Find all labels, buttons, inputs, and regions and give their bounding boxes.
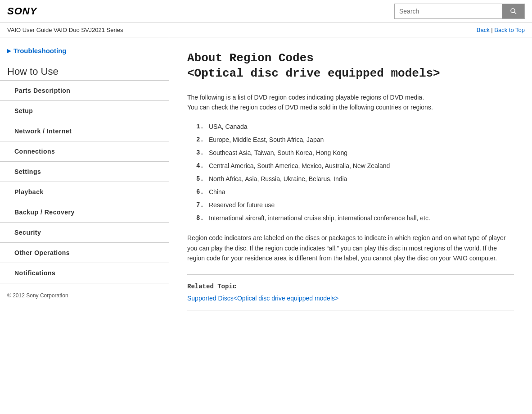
sidebar-item-settings[interactable]: Settings bbox=[0, 162, 169, 182]
region-list-item: 4.Central America, South America, Mexico… bbox=[196, 159, 514, 173]
content-divider-bottom bbox=[187, 310, 514, 310]
sidebar-item-security[interactable]: Security bbox=[0, 223, 169, 243]
back-links: Back | Back to Top bbox=[477, 27, 525, 33]
sidebar-item-backup-recovery[interactable]: Backup / Recovery bbox=[0, 202, 169, 223]
sidebar-item-network-internet[interactable]: Network / Internet bbox=[0, 121, 169, 141]
search-input[interactable] bbox=[394, 4, 502, 19]
logo-area: SONY bbox=[7, 5, 37, 17]
content-divider bbox=[187, 274, 514, 275]
region-num: 5. bbox=[196, 174, 205, 184]
region-list-item: 7.Reserved for future use bbox=[196, 199, 514, 212]
sony-logo: SONY bbox=[7, 5, 37, 17]
how-to-use-heading: How to Use bbox=[0, 59, 169, 80]
page-title-line2: <Optical disc drive equipped models> bbox=[187, 67, 440, 80]
sidebar-item-parts-description[interactable]: Parts Description bbox=[0, 81, 169, 101]
region-text: Reserved for future use bbox=[209, 200, 275, 210]
svg-line-1 bbox=[514, 12, 516, 14]
back-link[interactable]: Back bbox=[477, 27, 490, 33]
intro-line2: You can check the region codes of DVD me… bbox=[187, 104, 433, 111]
extra-text: Region code indicators are labeled on th… bbox=[187, 233, 514, 263]
main-layout: ▸ Troubleshooting How to Use Parts Descr… bbox=[0, 37, 532, 407]
related-topic-heading: Related Topic bbox=[187, 283, 514, 290]
region-num: 2. bbox=[196, 135, 205, 145]
region-num: 3. bbox=[196, 148, 205, 158]
sidebar-footer: © 2012 Sony Corporation bbox=[0, 283, 169, 308]
content-area: About Region Codes <Optical disc drive e… bbox=[169, 37, 532, 407]
region-text: China bbox=[209, 187, 225, 197]
sidebar-item-notifications[interactable]: Notifications bbox=[0, 263, 169, 283]
page-title: About Region Codes <Optical disc drive e… bbox=[187, 51, 514, 82]
region-list-item: 2.Europe, Middle East, South Africa, Jap… bbox=[196, 133, 514, 146]
back-to-top-link[interactable]: Back to Top bbox=[494, 27, 525, 33]
related-topic-link[interactable]: Supported Discs<Optical disc drive equip… bbox=[187, 295, 338, 302]
sidebar-item-other-operations[interactable]: Other Operations bbox=[0, 243, 169, 263]
region-num: 7. bbox=[196, 200, 205, 210]
region-text: Southeast Asia, Taiwan, South Korea, Hon… bbox=[209, 148, 347, 158]
search-button[interactable] bbox=[502, 4, 525, 19]
svg-point-0 bbox=[511, 9, 515, 13]
troubleshooting-section: ▸ Troubleshooting bbox=[0, 37, 169, 59]
sidebar: ▸ Troubleshooting How to Use Parts Descr… bbox=[0, 37, 169, 407]
region-text: Central America, South America, Mexico, … bbox=[209, 161, 390, 171]
search-icon bbox=[510, 8, 517, 15]
page-title-line1: About Region Codes bbox=[187, 51, 314, 65]
region-num: 8. bbox=[196, 214, 205, 223]
sidebar-item-connections[interactable]: Connections bbox=[0, 141, 169, 162]
guide-title: VAIO User Guide VAIO Duo SVJ2021 Series bbox=[7, 27, 123, 33]
subheader: VAIO User Guide VAIO Duo SVJ2021 Series … bbox=[0, 23, 532, 37]
sidebar-item-playback[interactable]: Playback bbox=[0, 182, 169, 202]
region-num: 1. bbox=[196, 122, 205, 132]
chevron-right-icon: ▸ bbox=[7, 46, 11, 55]
region-list-item: 6.China bbox=[196, 186, 514, 199]
sidebar-item-setup[interactable]: Setup bbox=[0, 101, 169, 121]
region-num: 4. bbox=[196, 161, 205, 171]
header: SONY bbox=[0, 0, 532, 23]
troubleshooting-text: Troubleshooting bbox=[14, 47, 67, 55]
region-text: North Africa, Asia, Russia, Ukraine, Bel… bbox=[209, 174, 347, 184]
region-list: 1.USA, Canada2.Europe, Middle East, Sout… bbox=[187, 120, 514, 225]
intro-line1: The following is a list of DVD region co… bbox=[187, 94, 424, 101]
region-text: International aircraft, international cr… bbox=[209, 214, 430, 223]
intro-text: The following is a list of DVD region co… bbox=[187, 92, 514, 113]
region-list-item: 5.North Africa, Asia, Russia, Ukraine, B… bbox=[196, 173, 514, 186]
region-text: USA, Canada bbox=[209, 122, 248, 132]
region-list-item: 3.Southeast Asia, Taiwan, South Korea, H… bbox=[196, 146, 514, 159]
region-num: 6. bbox=[196, 187, 205, 197]
region-list-item: 8.International aircraft, international … bbox=[196, 212, 514, 225]
troubleshooting-label[interactable]: ▸ Troubleshooting bbox=[7, 46, 162, 55]
region-text: Europe, Middle East, South Africa, Japan bbox=[209, 135, 324, 145]
search-area bbox=[394, 4, 525, 19]
region-list-item: 1.USA, Canada bbox=[196, 120, 514, 133]
